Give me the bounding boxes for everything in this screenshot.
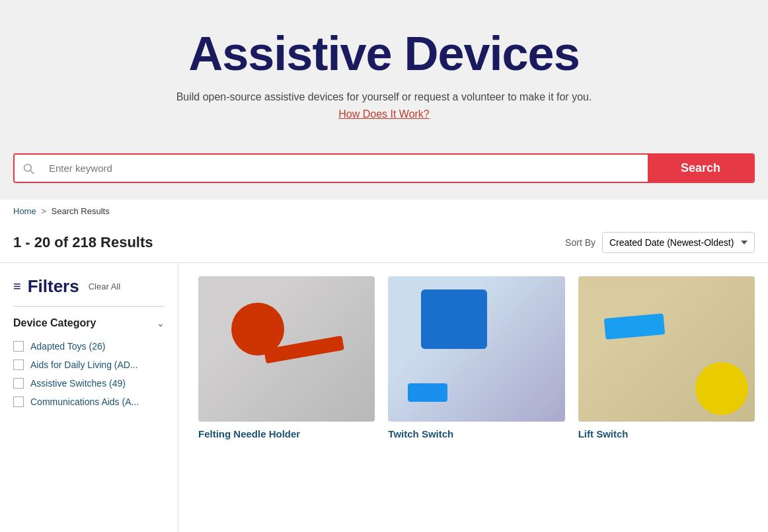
product-card-felting[interactable]: Felting Needle Holder	[198, 276, 375, 439]
sidebar-divider	[13, 306, 165, 307]
filters-title: Filters	[28, 276, 79, 297]
breadcrumb-separator: >	[41, 206, 46, 216]
filter-checkbox-adapted-toys[interactable]	[13, 341, 24, 352]
filter-label: Communications Aids (A...	[30, 397, 139, 407]
breadcrumb-current: Search Results	[52, 206, 110, 216]
filter-label: Assistive Switches (49)	[30, 378, 126, 389]
search-input[interactable]	[42, 155, 648, 182]
hero-subtitle: Build open-source assistive devices for …	[13, 91, 755, 103]
search-button[interactable]: Search	[648, 155, 753, 182]
filter-checkbox-comms[interactable]	[13, 397, 24, 407]
filter-label: Adapted Toys (26)	[30, 341, 105, 352]
breadcrumb-home-link[interactable]: Home	[13, 206, 36, 216]
search-bar: Search	[13, 153, 755, 183]
search-icon	[22, 163, 34, 174]
svg-line-1	[30, 171, 34, 174]
filters-header: ≡ Filters Clear All	[13, 276, 165, 297]
product-image-felting	[198, 276, 375, 422]
main-layout: ≡ Filters Clear All Device Category ⌄ Ad…	[0, 263, 768, 532]
results-count: 1 - 20 of 218 Results	[13, 234, 153, 251]
product-name-felting[interactable]: Felting Needle Holder	[198, 428, 375, 439]
filter-item-adapted-toys[interactable]: Adapted Toys (26)	[13, 337, 165, 356]
search-bar-wrapper: Search	[0, 140, 768, 200]
filter-item-aids-daily-living[interactable]: Aids for Daily Living (AD...	[13, 356, 165, 374]
product-name-lift[interactable]: Lift Switch	[578, 428, 755, 439]
category-header: Device Category ⌄	[13, 317, 165, 329]
how-does-it-work-link[interactable]: How Does It Work?	[338, 108, 430, 120]
sidebar: ≡ Filters Clear All Device Category ⌄ Ad…	[13, 263, 178, 532]
product-image-twitch	[388, 276, 564, 422]
results-header: 1 - 20 of 218 Results Sort By Created Da…	[0, 223, 768, 263]
filter-icon: ≡	[13, 279, 21, 294]
product-card-twitch[interactable]: Twitch Switch	[388, 276, 564, 439]
product-grid: Felting Needle Holder Twitch Switch Lift…	[198, 276, 755, 439]
product-area: Felting Needle Holder Twitch Switch Lift…	[178, 263, 755, 532]
filter-label: Aids for Daily Living (AD...	[30, 360, 138, 370]
filter-item-communications-aids[interactable]: Communications Aids (A...	[13, 393, 165, 411]
product-card-lift[interactable]: Lift Switch	[578, 276, 755, 439]
breadcrumb: Home > Search Results	[0, 200, 768, 223]
filter-checkbox-switches[interactable]	[13, 378, 24, 389]
clear-all-button[interactable]: Clear All	[89, 282, 120, 291]
product-image-lift	[578, 276, 755, 422]
device-category-label: Device Category	[13, 317, 96, 329]
hero-section: Assistive Devices Build open-source assi…	[0, 0, 768, 140]
chevron-down-icon[interactable]: ⌄	[157, 318, 165, 328]
product-name-twitch[interactable]: Twitch Switch	[388, 428, 564, 439]
search-icon-wrap	[15, 155, 42, 182]
sort-label: Sort By	[565, 237, 595, 248]
filter-item-assistive-switches[interactable]: Assistive Switches (49)	[13, 374, 165, 393]
sort-area: Sort By Created Date (Newest-Oldest) Cre…	[565, 232, 755, 253]
sort-select[interactable]: Created Date (Newest-Oldest) Created Dat…	[602, 232, 755, 253]
filter-checkbox-aids[interactable]	[13, 360, 24, 370]
page-title: Assistive Devices	[13, 26, 755, 81]
